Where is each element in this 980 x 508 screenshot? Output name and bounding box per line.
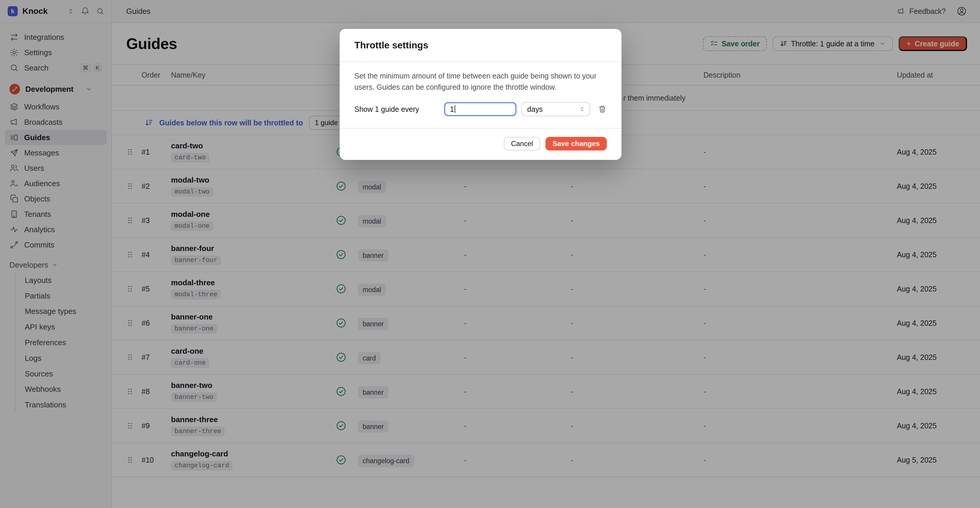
throttle-unit-value: days (527, 105, 543, 113)
modal-title: Throttle settings (355, 40, 428, 51)
cancel-button[interactable]: Cancel (504, 137, 540, 150)
select-stepper-icon (578, 105, 585, 113)
save-changes-button[interactable]: Save changes (546, 137, 607, 150)
throttle-value-text: 1 (450, 105, 454, 113)
trash-icon[interactable] (598, 105, 607, 113)
throttle-form-label: Show 1 guide every (355, 105, 444, 113)
text-cursor (455, 105, 455, 113)
throttle-unit-select[interactable]: days (521, 102, 590, 116)
modal-description: Set the minimum amount of time between e… (355, 70, 610, 93)
throttle-settings-modal: Throttle settings Set the minimum amount… (340, 29, 622, 160)
throttle-value-input[interactable]: 1 (444, 102, 517, 116)
